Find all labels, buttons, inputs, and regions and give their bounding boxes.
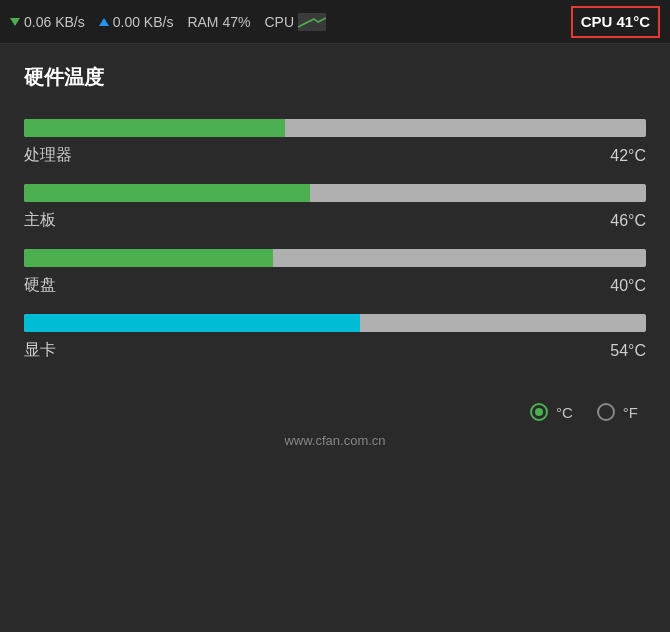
temp-row: 硬盘40°C [24,249,646,296]
temp-label-row: 处理器42°C [24,145,646,166]
celsius-label: °C [556,404,573,421]
cpu-temp-value: CPU 41°C [581,13,650,30]
temp-component-label: 显卡 [24,340,56,361]
download-arrow-icon [10,18,20,26]
upload-arrow-icon [99,18,109,26]
ram-item: RAM 47% [187,14,250,30]
fahrenheit-option[interactable]: °F [597,403,638,421]
temp-component-value: 40°C [610,277,646,295]
svg-rect-0 [298,13,326,31]
temp-label-row: 硬盘40°C [24,275,646,296]
download-speed-item: 0.06 KB/s [10,14,85,30]
upload-speed-item: 0.00 KB/s [99,14,174,30]
cpu-temp-badge: CPU 41°C [571,6,660,38]
celsius-option[interactable]: °C [530,403,573,421]
temp-row: 显卡54°C [24,314,646,361]
temperature-section: 处理器42°C主板46°C硬盘40°C显卡54°C [24,119,646,379]
celsius-radio[interactable] [530,403,548,421]
fahrenheit-label: °F [623,404,638,421]
watermark: www.cfan.com.cn [24,433,646,448]
temp-bar-fill [24,184,310,202]
cpu-chart-item: CPU [264,13,326,31]
fahrenheit-radio[interactable] [597,403,615,421]
temp-bar-fill [24,314,360,332]
temp-component-label: 处理器 [24,145,72,166]
main-content: 硬件温度 处理器42°C主板46°C硬盘40°C显卡54°C °C °F www… [0,44,670,464]
download-speed-value: 0.06 KB/s [24,14,85,30]
temp-bar-container [24,184,646,202]
temp-component-value: 46°C [610,212,646,230]
temp-row: 主板46°C [24,184,646,231]
temp-component-value: 42°C [610,147,646,165]
celsius-radio-dot [535,408,543,416]
watermark-text: www.cfan.com.cn [284,433,385,448]
temp-bar-container [24,119,646,137]
temp-label-row: 主板46°C [24,210,646,231]
temp-label-row: 显卡54°C [24,340,646,361]
unit-selector: °C °F [24,403,646,421]
temp-component-value: 54°C [610,342,646,360]
temp-component-label: 主板 [24,210,56,231]
temp-bar-container [24,249,646,267]
cpu-label: CPU [264,14,294,30]
temp-row: 处理器42°C [24,119,646,166]
temp-bar-container [24,314,646,332]
ram-value: RAM 47% [187,14,250,30]
upload-speed-value: 0.00 KB/s [113,14,174,30]
temp-bar-fill [24,119,285,137]
section-title: 硬件温度 [24,64,646,91]
temp-component-label: 硬盘 [24,275,56,296]
cpu-chart-icon [298,13,326,31]
temp-bar-fill [24,249,273,267]
topbar: 0.06 KB/s 0.00 KB/s RAM 47% CPU CPU 41°C [0,0,670,44]
